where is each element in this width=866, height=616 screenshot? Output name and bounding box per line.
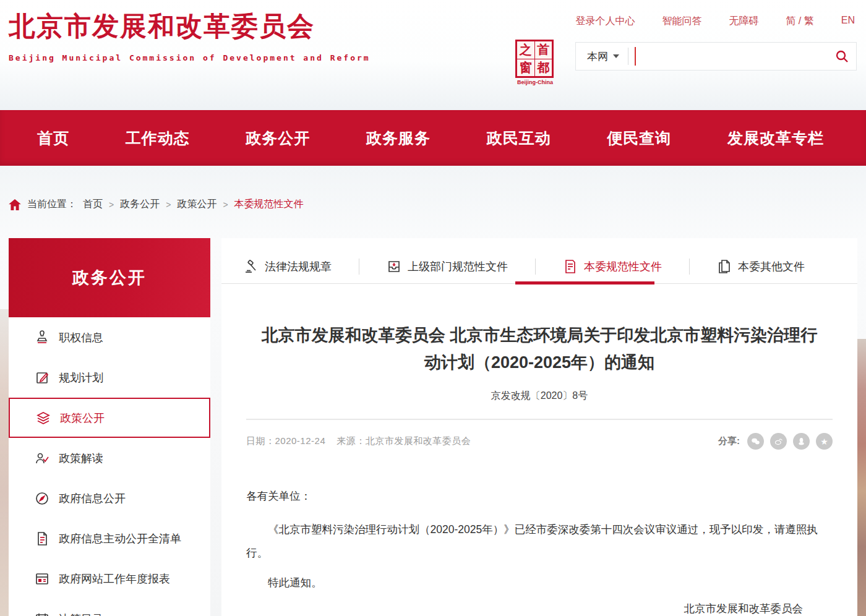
layers-icon	[36, 411, 51, 426]
article-meta: 日期：2020-12-24来源：北京市发展和改革委员会 分享: ★	[246, 433, 833, 450]
breadcrumb-home[interactable]: 首页	[83, 198, 103, 211]
home-icon[interactable]	[9, 199, 21, 210]
tab-superior-normative-docs[interactable]: 上级部门规范性文件	[383, 259, 512, 274]
meta-divider	[246, 419, 833, 420]
tab-commission-normative-docs[interactable]: 本委规范性文件	[559, 259, 666, 274]
nav-item-gov-disclosure[interactable]: 政务公开	[246, 128, 310, 148]
seal-char: 首	[535, 41, 552, 59]
sidebar-item-label: 规划计划	[59, 370, 103, 385]
tab-commission-other-docs[interactable]: 本委其他文件	[713, 259, 808, 274]
breadcrumb-separator: >	[223, 200, 228, 210]
sidebar-item-authority-info[interactable]: 职权信息	[9, 317, 210, 357]
breadcrumb-policy-disclosure[interactable]: 政策公开	[177, 198, 216, 211]
sidebar-header[interactable]: 政务公开	[9, 238, 210, 317]
active-tab-underline	[515, 281, 654, 284]
sidebar-item-label: 决策目录	[59, 612, 103, 616]
breadcrumb-gov-disclosure[interactable]: 政务公开	[120, 198, 160, 211]
tab-label: 本委规范性文件	[584, 259, 662, 274]
stamp-icon	[35, 330, 49, 345]
sidebar-item-plans[interactable]: 规划计划	[9, 357, 210, 398]
english-link[interactable]: EN	[841, 15, 855, 28]
source-label: 来源：	[337, 435, 366, 446]
search-divider	[628, 48, 628, 65]
sidebar-item-label: 政府网站工作年度报表	[59, 571, 170, 586]
share-label: 分享:	[718, 435, 740, 447]
sidebar-item-annual-website-report[interactable]: 政府网站工作年度报表	[9, 558, 210, 599]
gavel-icon	[244, 259, 259, 274]
salutation: 各有关单位：	[246, 484, 834, 508]
tab-separator	[535, 259, 536, 275]
simplified-traditional-link[interactable]: 简 / 繁	[786, 15, 813, 28]
right-watermark	[857, 339, 866, 616]
signature: 北京市发展和改革委员会	[246, 597, 834, 616]
compass-icon	[35, 491, 49, 506]
sidebar-item-label: 政策公开	[60, 411, 105, 426]
sidebar-item-label: 职权信息	[59, 330, 103, 345]
article-source: 北京市发展和改革委员会	[366, 435, 471, 446]
breadcrumb-label: 当前位置：	[27, 198, 77, 211]
site-header: 北京市发展和改革委员会 Beijing Municipal Commission…	[0, 0, 866, 110]
site-logo[interactable]: 北京市发展和改革委员会 Beijing Municipal Commission…	[9, 9, 371, 62]
nav-item-public-interaction[interactable]: 政民互动	[487, 128, 551, 148]
breadcrumb-current[interactable]: 本委规范性文件	[234, 198, 304, 211]
document-tabs: 法律法规规章 上级部门规范性文件	[221, 249, 857, 283]
nav-item-convenient-query[interactable]: 便民查询	[607, 128, 671, 148]
search-button[interactable]	[828, 43, 856, 70]
qq-icon[interactable]	[793, 433, 810, 450]
breadcrumb-separator: >	[166, 200, 171, 210]
seal-caption: Beijing-China	[515, 79, 555, 85]
breadcrumb-separator: >	[109, 200, 114, 210]
nav-item-work-dynamics[interactable]: 工作动态	[126, 128, 190, 148]
doc-pencil-icon	[563, 259, 578, 274]
search-scope-select[interactable]: 本网	[576, 49, 628, 64]
sidebar-list: 职权信息 规划计划 政策公开	[9, 317, 210, 616]
tab-label: 上级部门规范性文件	[408, 259, 508, 274]
tab-label: 法律法规规章	[265, 259, 332, 274]
pages-icon	[717, 259, 732, 274]
list-doc-icon	[35, 531, 49, 546]
nav-item-home[interactable]: 首页	[37, 128, 69, 148]
folder-icon	[35, 612, 49, 616]
article-body: 各有关单位： 《北京市塑料污染治理行动计划（2020-2025年）》已经市委深改…	[246, 484, 834, 616]
chevron-down-icon	[613, 54, 619, 58]
paragraph: 特此通知。	[246, 571, 834, 594]
nav-item-gov-services[interactable]: 政务服务	[366, 128, 431, 148]
main-nav: 首页 工作动态 政务公开 政务服务 政民互动 便民查询 发展改革专栏	[0, 110, 866, 166]
seal-char: 之	[517, 41, 534, 59]
seal-char: 窗	[517, 59, 534, 77]
top-utility-links: 登录个人中心 智能问答 无障碍 简 / 繁 EN	[575, 15, 855, 28]
nav-item-reform-column[interactable]: 发展改革专栏	[727, 128, 824, 148]
article-title: 北京市发展和改革委员会 北京市生态环境局关于印发北京市塑料污染治理行动计划（20…	[255, 322, 824, 376]
article-date: 2020-12-24	[275, 435, 326, 446]
document-number: 京发改规〔2020〕8号	[221, 390, 857, 403]
accessibility-link[interactable]: 无障碍	[729, 15, 758, 28]
seal-grid: 之 首 窗 都	[515, 40, 554, 78]
site-subtitle: Beijing Municipal Commission of Developm…	[9, 53, 371, 62]
beijing-china-seal[interactable]: 之 首 窗 都 Beijing-China	[515, 40, 555, 85]
weibo-icon[interactable]	[770, 433, 787, 450]
sidebar-item-label: 政策解读	[59, 451, 103, 466]
sidebar-item-proactive-disclosure-list[interactable]: 政府信息主动公开全清单	[9, 518, 210, 558]
login-link[interactable]: 登录个人中心	[575, 15, 635, 28]
sidebar-item-policy-interpretation[interactable]: 政策解读	[9, 438, 210, 478]
sidebar: 政务公开 职权信息 规划计划	[9, 238, 210, 616]
site-search: 本网	[575, 42, 857, 71]
page: 北京市发展和改革委员会 Beijing Municipal Commission…	[0, 0, 866, 616]
search-input[interactable]	[636, 44, 828, 69]
wechat-icon[interactable]	[747, 433, 764, 450]
plan-doc-icon	[35, 370, 49, 385]
site-title: 北京市发展和改革委员会	[9, 9, 371, 45]
seal-char: 都	[535, 59, 552, 77]
sidebar-item-policy-disclosure[interactable]: 政策公开	[9, 398, 210, 438]
tab-separator	[689, 259, 690, 275]
inbox-icon	[387, 259, 401, 274]
sidebar-item-gov-info-disclosure[interactable]: 政府信息公开	[9, 478, 210, 518]
tab-separator	[359, 259, 359, 275]
sidebar-item-label: 政府信息公开	[59, 491, 126, 506]
tab-laws-regulations[interactable]: 法律法规规章	[240, 259, 335, 274]
sidebar-item-decision-catalog[interactable]: 决策目录	[9, 599, 210, 616]
smart-qa-link[interactable]: 智能问答	[662, 15, 701, 28]
date-label: 日期：	[246, 435, 275, 446]
star-icon[interactable]: ★	[816, 433, 833, 450]
main-panel: 法律法规规章 上级部门规范性文件	[221, 238, 857, 616]
